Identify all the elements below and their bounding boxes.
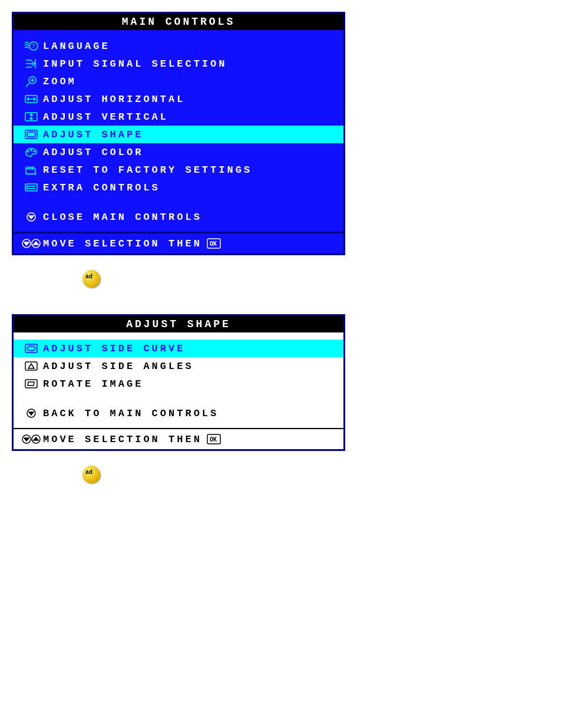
shape-title: ADJUST SHAPE	[14, 316, 343, 332]
svg-rect-27	[25, 380, 37, 388]
menu-item-adjust-vertical[interactable]: ADJUST VERTICAL	[14, 108, 343, 126]
side-angles-icon	[19, 360, 43, 372]
extra-icon	[19, 182, 43, 193]
menu-label: BACK TO MAIN CONTROLS	[43, 408, 219, 419]
language-icon: ?	[19, 40, 43, 52]
menu-item-adjust-color[interactable]: ADJUST COLOR	[14, 143, 343, 161]
menu-label: LANGUAGE	[43, 41, 110, 52]
menu-label: ADJUST VERTICAL	[43, 111, 168, 123]
menu-item-language[interactable]: ? LANGUAGE	[14, 37, 343, 55]
color-icon	[19, 146, 43, 158]
svg-point-11	[28, 151, 29, 152]
shape-footer: MOVE SELECTION THEN OK	[14, 428, 343, 449]
menu-label: EXTRA CONTROLS	[43, 182, 160, 193]
svg-point-25	[27, 346, 35, 351]
footer-text: MOVE SELECTION THEN	[43, 238, 202, 249]
menu-item-zoom[interactable]: ZOOM	[14, 73, 343, 90]
menu-item-back[interactable]: BACK TO MAIN CONTROLS	[14, 404, 343, 422]
shape-menu: ADJUST SIDE CURVE ADJUST SIDE ANGLES ROT…	[14, 332, 343, 428]
main-menu: ? LANGUAGE INPUT SIGNAL SELECTION ZOOM A…	[14, 30, 343, 232]
ok-icon: OK	[207, 434, 221, 444]
input-signal-icon	[19, 58, 43, 70]
side-curve-icon	[19, 342, 43, 354]
menu-label: ADJUST SIDE CURVE	[43, 343, 185, 354]
ok-button-badge[interactable]	[82, 270, 100, 288]
menu-label: RESET TO FACTORY SETTINGS	[43, 164, 252, 176]
menu-item-reset-factory[interactable]: RESET TO FACTORY SETTINGS	[14, 161, 343, 179]
ok-icon: OK	[207, 238, 221, 249]
menu-item-rotate-image[interactable]: ROTATE IMAGE	[14, 375, 343, 393]
svg-point-12	[31, 150, 32, 151]
main-footer: MOVE SELECTION THEN OK	[14, 232, 343, 253]
shape-icon	[19, 129, 43, 140]
menu-item-input-signal[interactable]: INPUT SIGNAL SELECTION	[14, 55, 343, 73]
rotate-icon	[19, 378, 43, 390]
menu-item-side-angles[interactable]: ADJUST SIDE ANGLES	[14, 357, 343, 375]
svg-point-13	[34, 151, 35, 152]
horizontal-icon	[19, 93, 43, 105]
menu-item-extra-controls[interactable]: EXTRA CONTROLS	[14, 179, 343, 196]
menu-label: ROTATE IMAGE	[43, 378, 143, 390]
menu-label: ADJUST COLOR	[43, 147, 143, 158]
menu-item-adjust-shape[interactable]: ADJUST SHAPE	[14, 126, 343, 143]
zoom-icon	[19, 75, 43, 87]
menu-label: CLOSE MAIN CONTROLS	[43, 212, 202, 223]
main-controls-window: MAIN CONTROLS ? LANGUAGE INPUT SIGNAL SE…	[12, 12, 345, 255]
menu-item-side-curve[interactable]: ADJUST SIDE CURVE	[14, 340, 343, 357]
vertical-icon	[19, 111, 43, 123]
menu-label: ADJUST SIDE ANGLES	[43, 361, 194, 372]
menu-item-adjust-horizontal[interactable]: ADJUST HORIZONTAL	[14, 90, 343, 108]
footer-text: MOVE SELECTION THEN	[43, 434, 202, 445]
svg-line-5	[26, 83, 29, 87]
menu-label: INPUT SIGNAL SELECTION	[43, 58, 227, 70]
menu-label: ADJUST SHAPE	[43, 129, 143, 140]
adjust-shape-window: ADJUST SHAPE ADJUST SIDE CURVE ADJUST SI…	[12, 314, 345, 451]
down-arrow-icon	[19, 407, 43, 419]
menu-label: ZOOM	[43, 76, 77, 87]
up-down-arrows-icon	[19, 237, 43, 250]
svg-text:OK: OK	[210, 241, 217, 247]
menu-label: ADJUST HORIZONTAL	[43, 94, 185, 105]
svg-text:?: ?	[32, 44, 35, 50]
factory-icon	[19, 164, 43, 176]
down-arrow-icon	[19, 211, 43, 223]
menu-item-close[interactable]: CLOSE MAIN CONTROLS	[14, 208, 343, 226]
svg-text:OK: OK	[210, 436, 217, 443]
main-title: MAIN CONTROLS	[14, 14, 343, 30]
ok-button-badge[interactable]	[82, 466, 100, 483]
up-down-arrows-icon	[19, 433, 43, 446]
